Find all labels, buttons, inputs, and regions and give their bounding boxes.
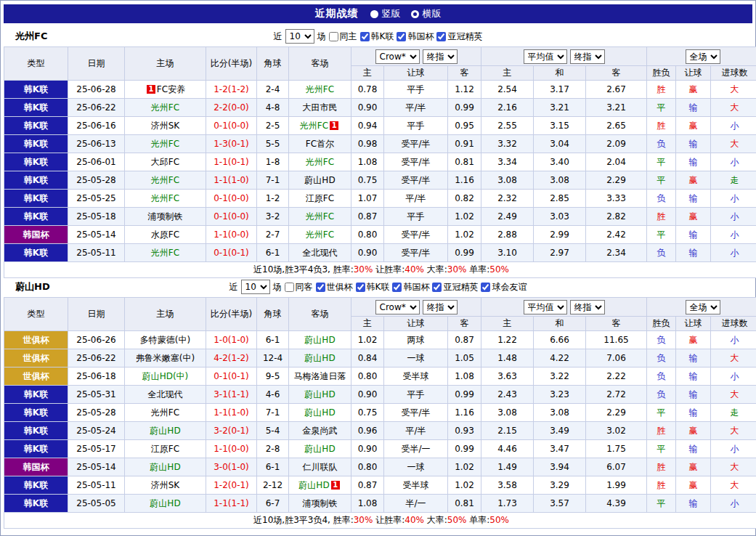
table-row: 世俱杯25-06-18蔚山HD(中)0-1(0-1)9-5马梅洛迪日落0.80受…: [4, 368, 756, 386]
checkbox-同客[interactable]: [285, 283, 294, 292]
company-select[interactable]: Crow*: [375, 300, 420, 314]
header-odds-handicap: 让球: [384, 66, 448, 81]
corners-cell: 2-5: [257, 117, 289, 135]
team-link: 光州FC: [306, 84, 334, 94]
odds-home-cell: 1.08: [351, 495, 384, 513]
date-cell: 25-06-16: [68, 117, 125, 135]
team-link: 大邱FC: [151, 157, 179, 167]
checkbox-同主[interactable]: [329, 32, 338, 41]
checkbox-韩国杯[interactable]: [397, 32, 406, 41]
avg-draw-cell: 3.49: [534, 422, 586, 440]
odds-away-cell: 0.99: [448, 440, 481, 458]
header-result-wdl: 胜负: [647, 317, 676, 331]
company-index-select[interactable]: 终指: [423, 300, 458, 314]
view-option-横版[interactable]: 横版: [411, 7, 442, 20]
average-select[interactable]: 平均值: [524, 49, 567, 64]
team-link: 蔚山HD: [304, 389, 335, 399]
result-goals-cell: 小: [711, 368, 756, 386]
radio-icon[interactable]: [411, 10, 419, 18]
match-type-cell: 韩K联: [4, 440, 68, 458]
table-row: 韩K联25-05-25光州FC0-1(0-0)1-2江原FC1.07平/半0.8…: [4, 190, 756, 208]
checkbox-亚冠精英[interactable]: [432, 283, 442, 292]
score-cell: 0-1(0-1): [206, 368, 257, 386]
average-select[interactable]: 平均值: [524, 300, 567, 314]
match-type-cell: 韩K联: [4, 171, 68, 190]
checkbox-韩K联[interactable]: [356, 283, 365, 292]
home-team-cell: 江原FC: [125, 440, 206, 458]
team-link: 蔚山HD: [298, 480, 329, 490]
filter-checkbox-同主[interactable]: 同主: [329, 31, 357, 43]
team-link: 浦项制铁: [303, 498, 338, 508]
filter-checkbox-球会友谊[interactable]: 球会友谊: [481, 281, 527, 293]
average-index-select[interactable]: 终指: [570, 49, 605, 64]
odds-home-cell: 0.87: [351, 208, 384, 226]
team-link: 光州FC: [151, 407, 179, 418]
summary-record: 近10场,胜3平3负4,: [253, 515, 330, 525]
team-link: 光州FC: [151, 139, 179, 149]
odds-handicap-cell: 受平/半: [384, 226, 448, 244]
checkbox-世俱杯[interactable]: [316, 283, 325, 292]
result-wdl-cell: 平: [647, 171, 676, 190]
team-link: FC安养: [157, 84, 185, 94]
home-team-cell: 大邱FC: [125, 153, 206, 171]
home-team-cell: 蔚山HD(中): [125, 368, 206, 386]
result-wdl-cell: 负: [647, 386, 676, 404]
team-link: 全北现代: [303, 248, 338, 258]
scope-select[interactable]: 全场: [686, 49, 720, 64]
match-count-select[interactable]: 10: [241, 280, 270, 294]
odds-away-cell: 1.12: [448, 81, 481, 99]
company-index-select[interactable]: 终指: [423, 49, 458, 64]
filter-checkbox-韩K联[interactable]: 韩K联: [356, 281, 390, 293]
odds-home-cell: 0.96: [351, 422, 384, 440]
home-team-cell: 浦项制铁: [125, 208, 206, 226]
header-result-handicap: 让球: [676, 66, 711, 81]
checkbox-亚冠精英[interactable]: [436, 32, 446, 41]
checkbox-韩国杯[interactable]: [392, 283, 402, 292]
filter-checkbox-亚冠精英[interactable]: 亚冠精英: [436, 31, 482, 43]
match-count-select[interactable]: 10: [285, 29, 314, 44]
odds-away-cell: 0.99: [448, 244, 481, 262]
corners-cell: 1-2: [257, 190, 289, 208]
filter-checkbox-韩国杯[interactable]: 韩国杯: [397, 31, 434, 43]
checkbox-球会友谊[interactable]: [481, 283, 490, 292]
home-team-cell: 蔚山HD: [125, 458, 206, 476]
result-goals-cell: 小: [711, 208, 756, 226]
date-cell: 25-05-14: [68, 226, 125, 244]
scope-select[interactable]: 全场: [686, 300, 720, 314]
odds-handicap-cell: 受平/半: [384, 135, 448, 153]
checkbox-韩K联[interactable]: [360, 32, 370, 41]
away-team-cell: 江原FC: [289, 190, 351, 208]
team-link: 蔚山HD: [304, 353, 335, 363]
match-type-cell: 韩K联: [4, 135, 68, 153]
home-team-cell: 光州FC: [125, 99, 206, 117]
result-handicap-cell: 赢: [676, 422, 711, 440]
filter-checkbox-世俱杯[interactable]: 世俱杯: [316, 281, 353, 293]
avg-draw-cell: 3.94: [534, 458, 586, 476]
average-index-select[interactable]: 终指: [570, 300, 605, 314]
header-avg-draw: 和: [534, 317, 586, 331]
team-section: 蔚山HD近10场同客世俱杯韩K联韩国杯亚冠精英球会友谊类型日期主场比分(半场)角…: [4, 278, 752, 529]
odds-handicap-cell: 受平/半: [384, 171, 448, 190]
result-goals-cell: 大: [711, 458, 756, 476]
result-wdl-cell: 负: [647, 368, 676, 386]
odds-handicap-cell: 平手: [384, 386, 448, 404]
view-option-竖版[interactable]: 竖版: [370, 7, 401, 20]
filter-checkbox-韩国杯[interactable]: 韩国杯: [392, 281, 429, 293]
filter-checkbox-韩K联[interactable]: 韩K联: [360, 31, 394, 43]
summary-stat-value: 30%: [354, 264, 373, 275]
avg-away-cell: 2.67: [586, 81, 647, 99]
table-row: 韩K联25-05-18浦项制铁0-1(0-0)3-2光州FC0.87平手1.02…: [4, 208, 756, 226]
result-wdl-cell: 胜: [647, 476, 676, 495]
radio-icon[interactable]: [370, 10, 378, 18]
filter-checkbox-亚冠精英[interactable]: 亚冠精英: [432, 281, 478, 293]
header-odds-away: 客: [448, 66, 481, 81]
odds-home-cell: 0.90: [351, 99, 384, 117]
result-goals-cell: 小: [711, 153, 756, 171]
view-option-label: 竖版: [382, 7, 401, 20]
company-select[interactable]: Crow*: [375, 49, 420, 64]
view-toggle: 竖版横版: [370, 7, 442, 20]
filter-checkbox-同客[interactable]: 同客: [285, 281, 313, 293]
score-cell: 3-1(1-1): [206, 386, 257, 404]
match-type-cell: 韩K联: [4, 495, 68, 513]
avg-home-cell: 1.49: [481, 458, 534, 476]
